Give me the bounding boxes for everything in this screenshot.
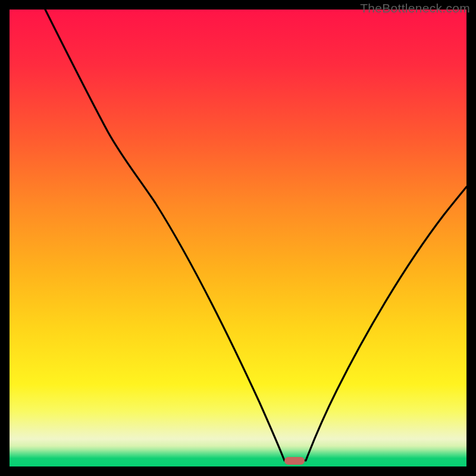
gradient-background xyxy=(10,10,466,466)
watermark-text: TheBottleneck.com xyxy=(360,1,470,15)
chart-frame: TheBottleneck.com xyxy=(0,0,476,476)
optimal-marker xyxy=(284,457,305,465)
